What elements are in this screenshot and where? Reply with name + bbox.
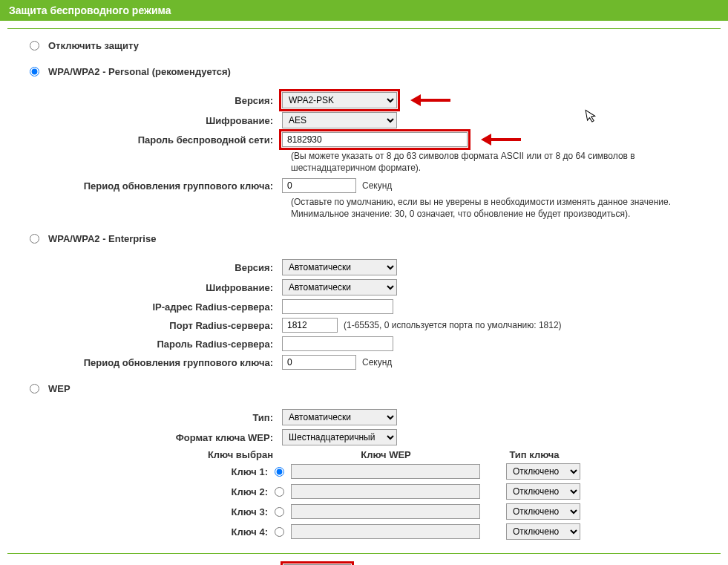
select-ent-version[interactable]: Автоматически bbox=[282, 259, 397, 275]
wep-key-row: Ключ 2: Отключено bbox=[30, 483, 721, 500]
highlight-arrow-icon bbox=[484, 135, 521, 144]
label-ent-cipher: Шифрование: bbox=[30, 282, 282, 293]
select-ent-cipher[interactable]: Автоматически bbox=[282, 279, 397, 295]
select-key4-type[interactable]: Отключено bbox=[506, 523, 580, 540]
radio-key3[interactable] bbox=[275, 507, 284, 517]
label-key1: Ключ 1: bbox=[30, 466, 271, 477]
unit-seconds: Секунд bbox=[362, 180, 392, 191]
label-wpa-personal: WPA/WPA2 - Personal (рекомендуется) bbox=[48, 66, 231, 77]
select-personal-cipher[interactable]: AES bbox=[282, 112, 397, 128]
input-ent-rekey[interactable] bbox=[282, 355, 356, 370]
radio-wpa-enterprise[interactable] bbox=[30, 234, 39, 244]
wep-key-row: Ключ 4: Отключено bbox=[30, 523, 721, 540]
label-wep: WEP bbox=[48, 383, 70, 394]
radio-key2[interactable] bbox=[275, 487, 284, 497]
input-radius-ip[interactable] bbox=[282, 299, 393, 314]
label-key2: Ключ 2: bbox=[30, 486, 271, 497]
label-disable-security: Отключить защиту bbox=[48, 40, 139, 51]
label-ent-rekey: Период обновления группового ключа: bbox=[30, 357, 282, 368]
hint-password: (Вы можете указать от 8 до 63 символов ф… bbox=[291, 151, 721, 174]
label-radius-port: Порт Radius-сервера: bbox=[30, 320, 282, 331]
select-key3-type[interactable]: Отключено bbox=[506, 503, 580, 520]
label-radius-pw: Пароль Radius-сервера: bbox=[30, 339, 282, 350]
input-key4[interactable] bbox=[291, 524, 480, 539]
select-personal-version[interactable]: WPA2-PSK bbox=[282, 92, 397, 108]
select-key1-type[interactable]: Отключено bbox=[506, 463, 580, 480]
divider bbox=[7, 28, 721, 29]
unit-seconds-ent: Секунд bbox=[362, 357, 392, 368]
col-wep-key: Ключ WEP bbox=[282, 449, 490, 460]
input-key1[interactable] bbox=[291, 464, 480, 479]
highlight-arrow-icon bbox=[413, 96, 450, 105]
select-wep-type[interactable]: Автоматически bbox=[282, 409, 397, 425]
input-key3[interactable] bbox=[291, 504, 480, 519]
input-radius-port[interactable] bbox=[282, 318, 338, 333]
radio-key4[interactable] bbox=[275, 527, 284, 537]
divider bbox=[7, 553, 721, 554]
label-cipher: Шифрование: bbox=[30, 115, 282, 126]
radio-wep[interactable] bbox=[30, 384, 39, 393]
input-personal-rekey[interactable] bbox=[282, 178, 356, 193]
select-wep-format[interactable]: Шестнадцатеричный bbox=[282, 429, 397, 445]
label-wep-format: Формат ключа WEP: bbox=[30, 432, 282, 443]
input-key2[interactable] bbox=[291, 484, 480, 499]
label-key4: Ключ 4: bbox=[30, 526, 271, 538]
page-title: Защита беспроводного режима bbox=[9, 4, 171, 16]
label-version: Версия: bbox=[30, 95, 282, 106]
wep-key-row: Ключ 3: Отключено bbox=[30, 503, 721, 520]
wep-key-row: Ключ 1: Отключено bbox=[30, 463, 721, 480]
label-password: Пароль беспроводной сети: bbox=[30, 134, 282, 146]
label-wpa-enterprise: WPA/WPA2 - Enterprise bbox=[48, 233, 156, 244]
hint-radius-port: (1-65535, 0 используется порта по умолча… bbox=[344, 320, 562, 330]
page-title-bar: Защита беспроводного режима bbox=[0, 0, 728, 21]
col-key-type: Тип ключа bbox=[490, 449, 579, 460]
label-key3: Ключ 3: bbox=[30, 506, 271, 517]
select-key2-type[interactable]: Отключено bbox=[506, 483, 580, 500]
input-personal-password[interactable] bbox=[282, 132, 468, 147]
radio-disable-security[interactable] bbox=[30, 41, 39, 50]
label-wep-type: Тип: bbox=[30, 412, 282, 423]
radio-wpa-personal[interactable] bbox=[30, 67, 39, 76]
col-key-selected: Ключ выбран bbox=[30, 449, 282, 460]
radio-key1[interactable] bbox=[275, 467, 284, 477]
label-rekey: Период обновления группового ключа: bbox=[30, 180, 282, 192]
label-radius-ip: IP-адрес Radius-сервера: bbox=[30, 301, 282, 313]
hint-rekey: (Оставьте по умолчанию, если вы не увере… bbox=[291, 197, 721, 220]
input-radius-pw[interactable] bbox=[282, 336, 393, 351]
label-ent-version: Версия: bbox=[30, 262, 282, 273]
